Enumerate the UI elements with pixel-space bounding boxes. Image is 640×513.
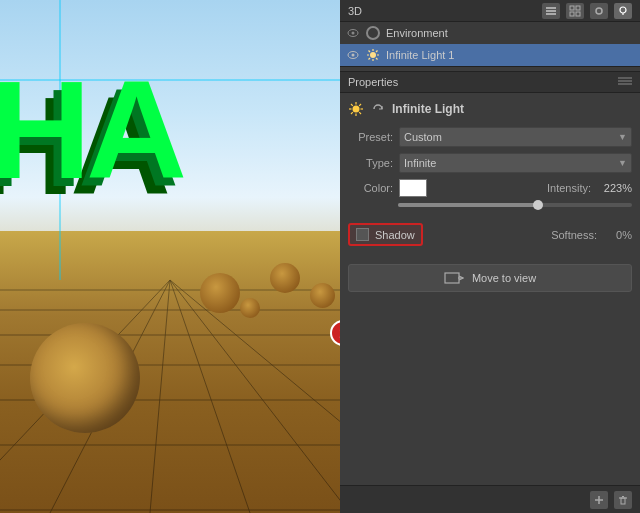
svg-line-48	[359, 104, 361, 106]
properties-header: Properties	[340, 71, 640, 93]
visibility-eye-light[interactable]	[346, 48, 360, 62]
infinite-light-1-label: Infinite Light 1	[386, 49, 634, 61]
sun-icon-prop	[348, 101, 364, 117]
3d-panel-header: 3D	[340, 0, 640, 22]
infinite-light-1-item[interactable]: Infinite Light 1	[340, 44, 640, 66]
svg-point-26	[352, 32, 355, 35]
preset-value: Custom	[404, 131, 442, 143]
svg-rect-18	[570, 6, 574, 10]
svg-rect-20	[570, 12, 574, 16]
bulb-icon[interactable]	[614, 3, 632, 19]
delete-icon[interactable]	[614, 491, 632, 509]
preset-label: Preset:	[348, 131, 393, 143]
softness-value: 0%	[597, 229, 632, 241]
add-icon[interactable]	[590, 491, 608, 509]
properties-content: Infinite Light Preset: Custom ▼ Type: In…	[340, 93, 640, 485]
svg-rect-50	[445, 273, 459, 283]
color-intensity-row: Color: Intensity: 223%	[348, 179, 632, 197]
preset-arrow-icon: ▼	[618, 132, 627, 142]
light-title-row: Infinite Light	[348, 101, 632, 117]
intensity-label: Intensity:	[547, 182, 591, 194]
environment-label: Environment	[386, 27, 634, 39]
svg-point-28	[352, 54, 355, 57]
svg-point-41	[353, 106, 360, 113]
svg-rect-15	[546, 7, 556, 9]
svg-point-29	[370, 52, 376, 58]
canvas-area: HA 1	[0, 0, 340, 513]
preset-row: Preset: Custom ▼	[348, 127, 632, 147]
svg-line-36	[376, 51, 378, 53]
type-value: Infinite	[404, 157, 436, 169]
color-swatch[interactable]	[399, 179, 427, 197]
svg-rect-17	[546, 13, 556, 15]
properties-title: Properties	[348, 76, 398, 88]
hay-bale-small-2	[270, 263, 300, 293]
move-to-view-button[interactable]: Move to view	[348, 264, 632, 292]
svg-rect-19	[576, 6, 580, 10]
3d-panel-title: 3D	[348, 5, 362, 17]
hay-bale-small-3	[310, 283, 335, 308]
hay-bale-small-1	[200, 273, 240, 313]
infinite-light-icon	[366, 48, 380, 62]
softness-label: Softness:	[551, 229, 597, 241]
panel-footer	[340, 485, 640, 513]
preset-dropdown[interactable]: Custom ▼	[399, 127, 632, 147]
svg-rect-21	[576, 12, 580, 16]
env-icon	[366, 26, 380, 40]
svg-rect-16	[546, 10, 556, 12]
type-row: Type: Infinite ▼	[348, 153, 632, 173]
hay-bale-main	[30, 323, 140, 433]
settings-icon[interactable]	[590, 3, 608, 19]
intensity-value: 223%	[597, 182, 632, 194]
svg-line-47	[359, 112, 361, 114]
visibility-eye-env[interactable]	[346, 26, 360, 40]
3d-text: HA	[0, 60, 182, 200]
svg-point-22	[596, 8, 602, 14]
panel-header-icons	[542, 3, 632, 19]
svg-line-37	[369, 58, 371, 60]
layers-icon[interactable]	[542, 3, 560, 19]
rotate-icon-prop	[370, 101, 386, 117]
svg-line-34	[369, 51, 371, 53]
intensity-slider-thumb[interactable]	[533, 200, 543, 210]
svg-point-23	[620, 7, 626, 13]
move-to-view-label: Move to view	[472, 272, 536, 284]
type-label: Type:	[348, 157, 393, 169]
environment-item[interactable]: Environment	[340, 22, 640, 44]
hay-bale-small-4	[240, 298, 260, 318]
intensity-slider-track[interactable]	[398, 203, 632, 207]
color-label: Color:	[348, 182, 393, 194]
table-icon[interactable]	[566, 3, 584, 19]
shadow-checkbox[interactable]	[356, 228, 369, 241]
section-title-infinite-light: Infinite Light	[392, 102, 464, 116]
properties-menu-icon[interactable]	[618, 75, 632, 89]
svg-line-46	[351, 104, 353, 106]
move-to-view-icon	[444, 270, 464, 286]
shadow-label: Shadow	[375, 229, 415, 241]
3d-items-list: Environment Infinite Ligh	[340, 22, 640, 67]
intensity-slider-fill	[398, 203, 538, 207]
svg-line-49	[351, 112, 353, 114]
shadow-row: Shadow	[348, 223, 423, 246]
svg-rect-54	[621, 498, 625, 504]
type-arrow-icon: ▼	[618, 158, 627, 168]
type-dropdown[interactable]: Infinite ▼	[399, 153, 632, 173]
intensity-slider-row	[348, 203, 632, 207]
right-panel: 3D Environment	[340, 0, 640, 513]
svg-line-35	[376, 58, 378, 60]
letter-h: HA	[0, 60, 182, 200]
